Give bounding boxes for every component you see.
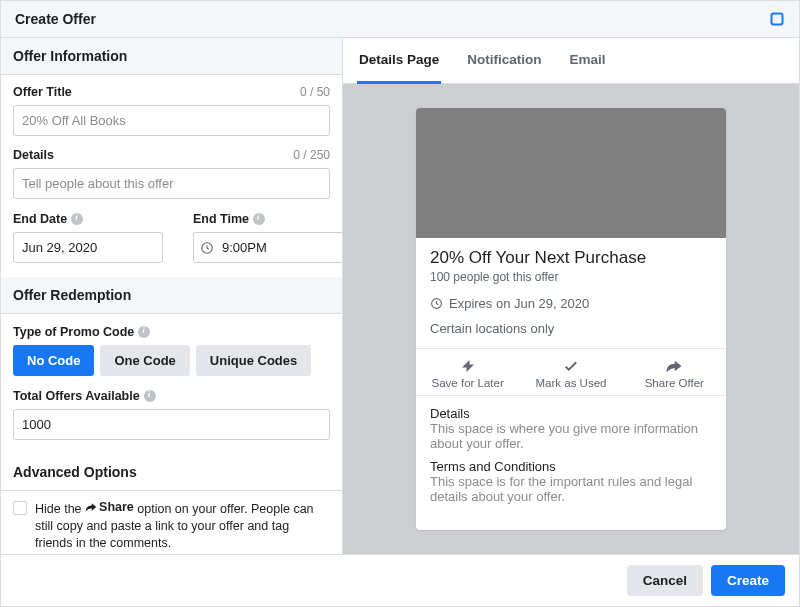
info-icon[interactable] (253, 213, 265, 225)
tab-email[interactable]: Email (568, 38, 608, 84)
details-counter: 0 / 250 (293, 148, 330, 162)
info-icon[interactable] (71, 213, 83, 225)
preview-actions: Save for Later Mark as Used Share Offer (416, 348, 726, 396)
hide-share-option: Hide the Share option on your offer. Peo… (1, 491, 342, 554)
clock-icon (430, 297, 443, 310)
mark-as-used-button[interactable]: Mark as Used (519, 349, 622, 395)
preview-details-text: This space is where you give more inform… (430, 421, 712, 451)
preview-expires: Expires on Jun 29, 2020 (430, 296, 712, 311)
modal-footer: Cancel Create (1, 554, 799, 606)
create-offer-modal: Create Offer Offer Information Offer Tit… (0, 0, 800, 607)
promo-unique-codes[interactable]: Unique Codes (196, 345, 311, 376)
end-date-label: End Date (13, 212, 83, 226)
offer-title-label: Offer Title (13, 85, 72, 99)
end-date-input[interactable] (13, 232, 163, 263)
promo-type-label: Type of Promo Code (13, 325, 150, 339)
hide-share-text: Hide the Share option on your offer. Peo… (35, 499, 330, 552)
form-panel: Offer Information Offer Title 0 / 50 Det… (1, 38, 343, 554)
preview-area: 20% Off Your Next Purchase 100 people go… (343, 84, 799, 554)
preview-tabs: Details Page Notification Email (343, 38, 799, 84)
offer-title-input[interactable] (13, 105, 330, 136)
share-offer-button[interactable]: Share Offer (623, 349, 726, 395)
total-offers-input[interactable] (13, 409, 330, 440)
section-offer-information: Offer Information (1, 38, 342, 75)
cancel-button[interactable]: Cancel (627, 565, 703, 596)
offer-title-counter: 0 / 50 (300, 85, 330, 99)
offer-info-body: Offer Title 0 / 50 Details 0 / 250 End D… (1, 75, 342, 277)
offer-preview-card: 20% Off Your Next Purchase 100 people go… (416, 108, 726, 530)
preview-locations: Certain locations only (430, 321, 712, 336)
clock-icon (200, 241, 214, 255)
share-icon (665, 357, 683, 375)
total-offers-label: Total Offers Available (13, 389, 156, 403)
info-icon[interactable] (138, 326, 150, 338)
save-for-later-button[interactable]: Save for Later (416, 349, 519, 395)
promo-one-code[interactable]: One Code (100, 345, 189, 376)
preview-details-heading: Details (430, 406, 712, 421)
share-arrow-icon (85, 501, 97, 513)
modal-title: Create Offer (15, 11, 96, 27)
create-button[interactable]: Create (711, 565, 785, 596)
save-icon (459, 357, 477, 375)
redemption-body: Type of Promo Code No Code One Code Uniq… (1, 314, 342, 454)
preview-terms-heading: Terms and Conditions (430, 459, 712, 474)
details-label: Details (13, 148, 54, 162)
modal-header: Create Offer (1, 1, 799, 38)
promo-no-code[interactable]: No Code (13, 345, 94, 376)
check-icon (562, 357, 580, 375)
section-advanced-options: Advanced Options (1, 454, 342, 491)
expand-icon[interactable] (769, 11, 785, 27)
hide-share-checkbox[interactable] (13, 501, 27, 515)
section-offer-redemption: Offer Redemption (1, 277, 342, 314)
details-input[interactable] (13, 168, 330, 199)
modal-body: Offer Information Offer Title 0 / 50 Det… (1, 38, 799, 554)
tab-notification[interactable]: Notification (465, 38, 543, 84)
preview-terms-text: This space is for the important rules an… (430, 474, 712, 504)
info-icon[interactable] (144, 390, 156, 402)
svg-rect-0 (772, 14, 783, 25)
preview-image-placeholder (416, 108, 726, 238)
preview-title: 20% Off Your Next Purchase (430, 248, 712, 268)
end-time-label: End Time (193, 212, 265, 226)
end-time-input[interactable] (193, 232, 343, 263)
preview-sub: 100 people got this offer (430, 270, 712, 284)
tab-details-page[interactable]: Details Page (357, 38, 441, 84)
preview-panel: Details Page Notification Email 20% Off … (343, 38, 799, 554)
